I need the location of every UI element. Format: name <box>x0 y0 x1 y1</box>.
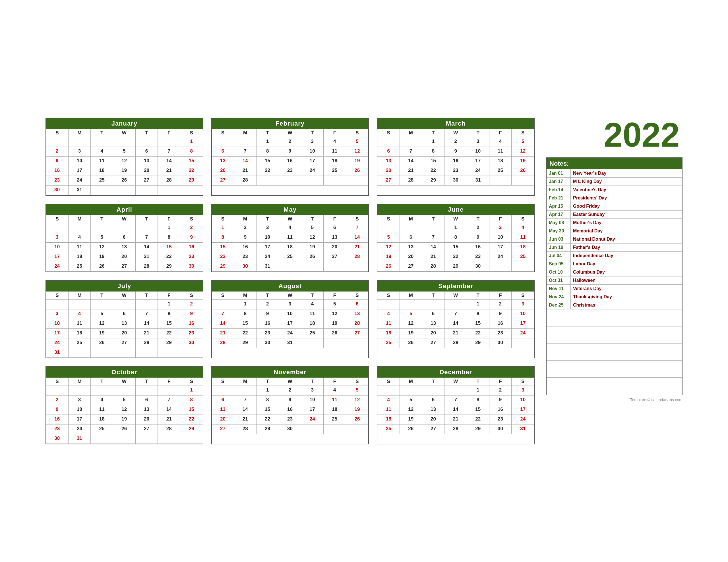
cal-cell: 13 <box>113 319 136 329</box>
cal-cell: 27 <box>346 329 369 338</box>
cal-cell-empty <box>400 386 422 395</box>
cal-cell: 28 <box>444 338 467 348</box>
cal-cell: 11 <box>377 319 400 329</box>
cal-cell-empty <box>324 338 346 348</box>
cal-cell: 22 <box>234 329 257 338</box>
notes-event: Presidents' Day <box>571 194 682 202</box>
cal-cell: 5 <box>346 386 369 395</box>
cal-cell: 9 <box>46 405 69 415</box>
cal-cell: 17 <box>69 166 91 176</box>
cal-cell: 26 <box>400 424 422 434</box>
day-header: T <box>422 129 445 137</box>
cal-cell: 16 <box>467 243 489 252</box>
cal-cell: 21 <box>346 243 369 252</box>
day-header: F <box>324 377 346 386</box>
notes-empty-row <box>547 309 682 318</box>
day-headers: SMTWTFS <box>377 129 534 137</box>
cal-cell: 21 <box>212 329 234 338</box>
cal-cell: 25 <box>377 424 400 434</box>
cal-cell: 5 <box>400 395 422 405</box>
cal-cell-empty <box>136 386 158 395</box>
notes-date: Jul 04 <box>547 252 571 260</box>
notes-event: Memorial Day <box>571 227 682 235</box>
notes-event: Veterans Day <box>571 285 682 292</box>
notes-date: Jan 01 <box>547 169 571 177</box>
cal-cell: 6 <box>400 233 422 243</box>
cal-cell: 17 <box>467 157 489 166</box>
cal-cell: 12 <box>346 147 369 157</box>
cal-cell: 16 <box>180 243 203 252</box>
notes-event: Easter Sunday <box>571 211 682 219</box>
cal-cell: 3 <box>257 223 279 233</box>
cal-cell: 15 <box>234 319 257 329</box>
cal-cell: 16 <box>46 166 69 176</box>
cal-cell: 9 <box>444 147 467 157</box>
cal-cell-empty <box>234 386 257 395</box>
cal-cell: 10 <box>301 395 324 405</box>
cal-cell: 7 <box>234 147 257 157</box>
cal-cell: 26 <box>91 262 113 272</box>
cal-cell: 25 <box>91 176 113 186</box>
month-august: AugustSMTWTFS123456789101112131415161718… <box>211 280 369 358</box>
cal-cell-empty <box>46 300 69 309</box>
cal-cell-empty <box>400 137 422 147</box>
cal-cell-empty <box>512 176 534 186</box>
cal-cell: 23 <box>279 415 301 424</box>
cal-cell: 14 <box>346 233 369 243</box>
cal-cell-empty <box>444 386 467 395</box>
cal-cell: 5 <box>377 233 400 243</box>
notes-row: Sep 05Labor Day <box>547 260 682 268</box>
calendar-grid: JanuarySMTWTFS12345678910111213141516171… <box>45 118 535 444</box>
month-december: DecemberSMTWTFS1234567891011121314151617… <box>377 366 535 444</box>
cal-cell: 28 <box>400 176 422 186</box>
cal-cell: 25 <box>279 252 301 262</box>
notes-event: Labor Day <box>571 260 682 268</box>
month-header: September <box>377 281 534 291</box>
notes-date: Jun 19 <box>547 244 571 252</box>
cal-cell-empty <box>91 186 113 195</box>
cal-cell: 8 <box>467 395 489 405</box>
cal-cell-empty <box>301 262 324 272</box>
cal-cell: 6 <box>346 300 369 309</box>
cal-cell: 24 <box>257 252 279 262</box>
cal-cell: 12 <box>113 157 136 166</box>
day-header: F <box>158 215 180 223</box>
cal-cell: 13 <box>400 243 422 252</box>
cal-cell: 29 <box>180 176 203 186</box>
day-header: T <box>257 215 279 223</box>
cal-cell: 11 <box>69 319 91 329</box>
cal-cell-empty <box>113 186 136 195</box>
cal-cell: 12 <box>91 243 113 252</box>
notes-event: Columbus Day <box>571 268 682 276</box>
cal-cell: 3 <box>69 395 91 405</box>
cal-cell: 13 <box>377 157 400 166</box>
cal-cell: 11 <box>324 395 346 405</box>
cal-cell: 21 <box>444 415 467 424</box>
day-header: T <box>136 129 158 137</box>
cal-cell: 9 <box>180 233 203 243</box>
cal-cell: 24 <box>512 329 534 338</box>
cal-cell: 1 <box>257 137 279 147</box>
day-header: M <box>69 377 91 386</box>
cal-cell: 14 <box>444 405 467 415</box>
day-header: W <box>113 129 136 137</box>
cal-cell: 7 <box>422 233 445 243</box>
cal-cell-empty <box>113 223 136 233</box>
cal-cell: 18 <box>301 319 324 329</box>
cal-cell: 11 <box>324 147 346 157</box>
cal-cell: 28 <box>158 424 180 434</box>
cal-cell: 6 <box>212 147 234 157</box>
notes-date: Oct 31 <box>547 277 571 284</box>
day-header: S <box>512 377 534 386</box>
cal-cell: 1 <box>422 137 445 147</box>
day-headers: SMTWTFS <box>46 377 203 386</box>
cal-cell: 31 <box>46 348 69 358</box>
cal-cell: 7 <box>136 309 158 319</box>
cal-cell: 26 <box>113 176 136 186</box>
cal-cell: 9 <box>279 395 301 405</box>
cal-cell: 19 <box>113 166 136 176</box>
cal-cell: 7 <box>212 309 234 319</box>
cal-cell-empty <box>346 338 369 348</box>
notes-table: Notes: Jan 01New Year's DayJan 17M L Kin… <box>546 157 683 395</box>
notes-date: Nov 11 <box>547 285 571 292</box>
